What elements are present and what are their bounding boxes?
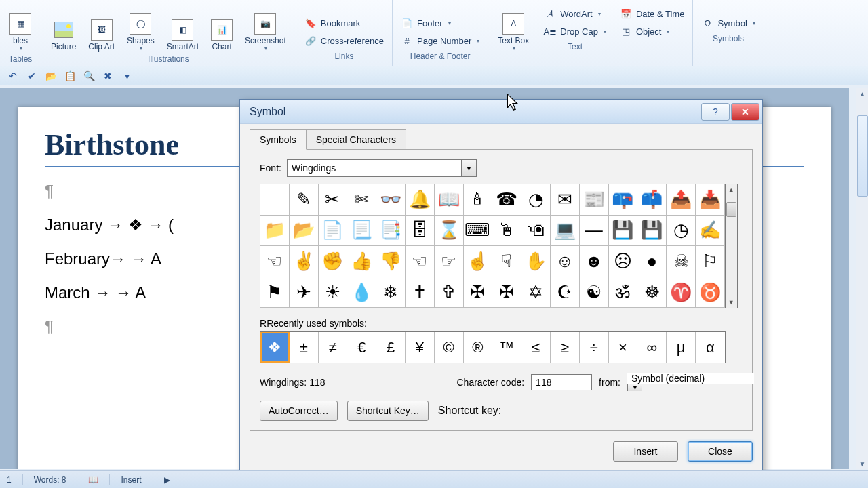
symbol-cell[interactable]: 📃 [347,216,376,247]
symbol-cell[interactable]: 🗄 [406,216,435,247]
symbol-cell[interactable]: 🖲 [521,216,551,247]
symbol-cell[interactable]: 👍 [347,246,376,277]
symbol-cell[interactable] [260,184,290,216]
symbol-cell[interactable]: 📪 [609,184,638,216]
status-words[interactable]: Words: 8 [34,475,66,485]
dropcap-button[interactable]: A≣Drop Cap▾ [541,23,609,39]
character-code-input[interactable] [531,374,592,390]
symbol-cell[interactable]: ♈ [667,277,696,308]
symbol-cell[interactable]: ✎ [290,184,319,216]
save-icon[interactable]: 📋 [64,70,76,82]
tab-symbols[interactable]: SSymbolsymbols [250,129,307,150]
scroll-down-icon[interactable]: ▼ [856,458,868,469]
symbol-cell[interactable]: ☀ [319,277,348,308]
qat-dropdown-icon[interactable]: ▾ [121,70,133,82]
symbol-cell[interactable]: ✂ [319,184,348,216]
screenshot-button[interactable]: 📷Screenshot▾ [241,1,290,52]
recent-symbol-cell[interactable]: £ [376,332,406,363]
symbol-button[interactable]: ΩSymbol▾ [698,15,757,31]
close-icon[interactable]: ✕ [731,103,760,121]
symbol-cell[interactable]: 📫 [637,184,667,216]
bookmark-button[interactable]: 🔖Bookmark [302,15,387,31]
symbol-cell[interactable]: ✄ [347,184,376,216]
scroll-thumb[interactable] [857,115,868,197]
scroll-thumb[interactable] [726,202,736,217]
crossref-button[interactable]: 🔗Cross-reference [302,33,387,49]
from-input[interactable] [627,373,754,384]
symbol-cell[interactable]: ⚐ [696,246,725,277]
preview-icon[interactable]: 🔍 [83,70,95,82]
symbol-cell[interactable]: ☹ [609,246,638,277]
symbol-cell[interactable]: ॐ [609,277,638,308]
symbol-cell[interactable]: ● [637,246,667,277]
vertical-scrollbar[interactable]: ▲ ▼ [856,88,868,469]
symbol-cell[interactable]: ✌ [290,246,319,277]
recent-symbol-cell[interactable]: ∞ [637,332,667,363]
object-button[interactable]: ◳Object▾ [617,23,688,39]
spellcheck-icon[interactable]: ✔ [26,70,38,82]
symbol-cell[interactable]: ☜ [260,246,290,277]
close-button[interactable]: Close [688,441,753,462]
symbol-cell[interactable]: ✞ [435,277,464,308]
symbol-cell[interactable]: ✍ [696,216,725,247]
recent-symbol-cell[interactable]: ÷ [580,332,609,363]
symbol-cell[interactable]: ◔ [521,184,551,216]
symbol-cell[interactable]: ✊ [319,246,348,277]
grid-scrollbar[interactable]: ▲ ▼ [726,184,738,308]
recent-symbol-cell[interactable]: ™ [492,332,521,363]
symbol-cell[interactable]: 📁 [260,216,290,247]
symbol-cell[interactable]: ◷ [667,216,696,247]
picture-button[interactable]: Picture [47,1,80,52]
font-combo[interactable]: ▼ [287,159,477,177]
shortcut-key-button[interactable]: Shortcut Key… [347,401,429,421]
insert-button[interactable]: Insert [613,441,678,462]
symbol-cell[interactable]: ☪ [551,277,580,308]
recent-symbol-cell[interactable]: ® [464,332,493,363]
status-mode[interactable]: Insert [121,475,141,485]
undo-icon[interactable]: ↶ [7,70,19,82]
symbol-cell[interactable]: ☝ [464,246,493,277]
symbol-cell[interactable]: 💻 [551,216,580,247]
symbol-cell[interactable]: 📖 [435,184,464,216]
symbol-cell[interactable]: 👎 [376,246,406,277]
recent-symbol-cell[interactable]: μ [667,332,696,363]
from-combo[interactable]: ▼ [627,373,743,391]
footer-button[interactable]: 📄Footer▾ [398,15,482,31]
symbol-cell[interactable]: 🔔 [406,184,435,216]
open-icon[interactable]: 📂 [45,70,57,82]
symbol-cell[interactable]: ☟ [492,246,521,277]
symbol-cell[interactable]: ✠ [464,277,493,308]
recent-symbol-cell[interactable]: ± [290,332,319,363]
symbol-cell[interactable]: ✡ [521,277,551,308]
tab-special-characters[interactable]: Special Characters [306,129,406,150]
scroll-down-icon[interactable]: ▼ [726,297,737,308]
symbol-cell[interactable]: 🖱 [492,216,521,247]
font-input[interactable] [288,160,461,176]
symbol-cell[interactable]: ☺ [551,246,580,277]
shapes-button[interactable]: ◯Shapes▾ [123,1,159,52]
symbol-cell[interactable]: 💧 [347,277,376,308]
symbol-cell[interactable]: 👓 [376,184,406,216]
tables-button[interactable]: ▦bles▾ [5,1,35,52]
chevron-down-icon[interactable]: ▼ [627,384,642,391]
symbol-cell[interactable]: ❄ [376,277,406,308]
datetime-button[interactable]: 📅Date & Time [617,5,688,22]
symbol-cell[interactable]: 🕯 [464,184,493,216]
symbol-cell[interactable]: ✉ [551,184,580,216]
symbol-cell[interactable]: ♉ [696,277,725,308]
pagenumber-button[interactable]: #Page Number▾ [398,33,482,49]
symbol-cell[interactable]: ✝ [406,277,435,308]
help-button[interactable]: ? [701,103,730,121]
symbol-cell[interactable]: 💾 [637,216,667,247]
status-page[interactable]: 1 [7,475,12,485]
symbol-cell[interactable]: ⌛ [435,216,464,247]
chart-button[interactable]: 📊Chart [207,1,237,52]
symbol-cell[interactable]: 📑 [376,216,406,247]
symbol-cell[interactable]: ☻ [580,246,609,277]
symbol-cell[interactable]: ☸ [637,277,667,308]
symbol-cell[interactable]: ☜ [406,246,435,277]
symbol-cell[interactable]: ✈ [290,277,319,308]
symbol-cell[interactable]: 📥 [696,184,725,216]
chevron-down-icon[interactable]: ▼ [461,160,476,176]
recent-symbol-cell[interactable]: ≥ [551,332,580,363]
